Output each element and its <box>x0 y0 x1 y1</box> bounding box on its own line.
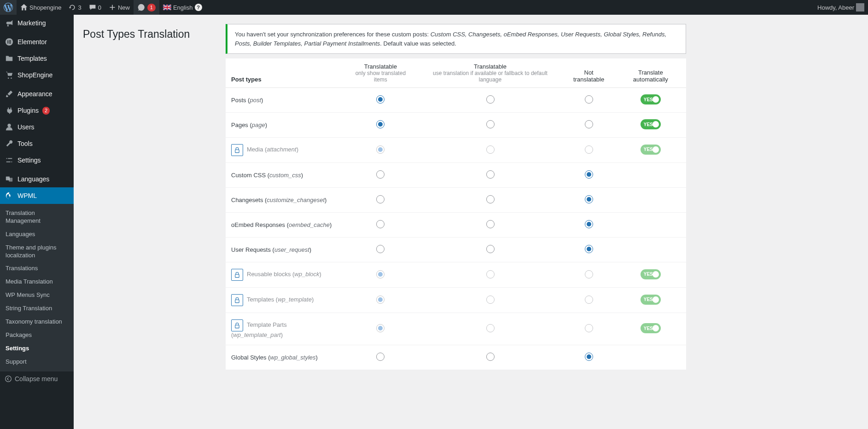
radio-option-1[interactable] <box>376 195 384 203</box>
post-type-label: Reusable blocks (wp_block) <box>226 262 343 288</box>
user-icon <box>5 122 14 132</box>
radio-option-3[interactable] <box>585 170 593 179</box>
post-type-label: Global Styles (wp_global_styles) <box>226 345 343 370</box>
megaphone-icon <box>5 18 14 28</box>
submenu-menus-sync[interactable]: WP Menus Sync <box>0 289 74 302</box>
radio-option-1[interactable] <box>376 95 384 104</box>
sidebar-item-wpml[interactable]: WPML <box>0 187 74 204</box>
site-name: Shopengine <box>29 4 61 11</box>
update-icon <box>69 4 76 11</box>
lock-icon[interactable] <box>231 319 243 331</box>
collapse-icon <box>5 375 12 383</box>
radio-option-1[interactable] <box>376 170 384 179</box>
svg-rect-5 <box>9 43 11 44</box>
submenu-string-translation[interactable]: String Translation <box>0 302 74 315</box>
lock-icon[interactable] <box>231 294 243 306</box>
help-icon: ? <box>195 4 202 11</box>
svg-rect-13 <box>235 325 239 328</box>
page-title: Post Types Translation <box>83 24 216 370</box>
wpml-icon <box>5 191 14 200</box>
svg-rect-8 <box>9 178 12 181</box>
radio-option-2 <box>486 270 495 278</box>
auto-translate-toggle[interactable]: YES <box>641 119 661 129</box>
radio-option-2[interactable] <box>486 245 495 253</box>
radio-option-3[interactable] <box>585 245 593 253</box>
admin-bar: Shopengine 3 0 New 1 English ? Howdy, Ab… <box>0 0 868 15</box>
collapse-menu[interactable]: Collapse menu <box>0 371 74 386</box>
post-types-table: Post types Translatableonly show transla… <box>226 58 686 370</box>
comments-link[interactable]: 0 <box>85 0 105 15</box>
lock-icon[interactable] <box>231 269 243 281</box>
user-menu[interactable]: Howdy, Abeer <box>814 0 868 15</box>
sidebar-item-elementor[interactable]: Elementor <box>0 34 74 50</box>
radio-option-3[interactable] <box>585 353 593 361</box>
radio-option-2[interactable] <box>486 95 495 104</box>
new-label: New <box>118 4 130 11</box>
lock-icon[interactable] <box>231 144 243 156</box>
language-label: English <box>173 4 193 11</box>
radio-option-1[interactable] <box>376 353 384 361</box>
radio-option-2[interactable] <box>486 353 495 361</box>
updates-link[interactable]: 3 <box>65 0 85 15</box>
radio-option-3[interactable] <box>585 120 593 128</box>
sidebar-item-appearance[interactable]: Appearance <box>0 86 74 102</box>
post-type-label: Pages (page) <box>226 113 343 138</box>
notif-badge: 1 <box>147 4 156 12</box>
notice-pre: You haven't set your synchronization pre… <box>235 31 431 38</box>
radio-option-1[interactable] <box>376 120 384 128</box>
radio-option-2[interactable] <box>486 220 495 228</box>
sidebar-item-marketing[interactable]: Marketing <box>0 15 74 31</box>
plus-icon <box>109 4 116 11</box>
sidebar-item-tools[interactable]: Tools <box>0 135 74 152</box>
radio-option-3[interactable] <box>585 220 593 228</box>
post-type-label: Custom CSS (custom_css) <box>226 163 343 188</box>
radio-option-2[interactable] <box>486 170 495 179</box>
wp-logo[interactable] <box>0 0 17 15</box>
language-switcher[interactable]: English ? <box>159 0 206 15</box>
svg-rect-11 <box>235 274 239 277</box>
sidebar-item-plugins[interactable]: Plugins 2 <box>0 102 74 119</box>
plug-icon <box>5 106 14 115</box>
radio-option-1[interactable] <box>376 245 384 253</box>
submenu-translation-management[interactable]: Translation Management <box>0 207 74 228</box>
radio-option-3[interactable] <box>585 195 593 203</box>
table-row: User Requests (user_request)YES <box>226 238 686 262</box>
submenu-theme-localization[interactable]: Theme and plugins localization <box>0 241 74 262</box>
brush-icon <box>5 89 14 99</box>
comments-count: 0 <box>98 4 101 11</box>
table-row: Custom CSS (custom_css)YES <box>226 163 686 188</box>
radio-option-2[interactable] <box>486 195 495 203</box>
sidebar-item-templates[interactable]: Templates <box>0 50 74 67</box>
notifications[interactable]: 1 <box>134 0 159 15</box>
post-type-label: User Requests (user_request) <box>226 238 343 262</box>
sidebar-item-languages[interactable]: Languages <box>0 171 74 187</box>
site-link[interactable]: Shopengine <box>17 0 65 15</box>
table-row: Media (attachment)YES <box>226 138 686 163</box>
radio-option-2[interactable] <box>486 120 495 128</box>
svg-rect-10 <box>235 150 239 152</box>
auto-translate-toggle: YES <box>641 269 661 279</box>
post-type-label: Changesets (customize_changeset) <box>226 188 343 213</box>
sliders-icon <box>5 156 14 165</box>
radio-option-3[interactable] <box>585 95 593 104</box>
radio-option-1[interactable] <box>376 220 384 228</box>
submenu-languages[interactable]: Languages <box>0 228 74 241</box>
svg-rect-12 <box>235 300 239 302</box>
post-type-label: Templates (wp_template) <box>226 288 343 313</box>
submenu-support[interactable]: Support <box>0 355 74 369</box>
table-row: Changesets (customize_changeset)YES <box>226 188 686 213</box>
sidebar-item-settings[interactable]: Settings <box>0 152 74 168</box>
wpml-submenu: Translation Management Languages Theme a… <box>0 204 74 371</box>
wrench-icon <box>5 139 14 148</box>
submenu-packages[interactable]: Packages <box>0 329 74 342</box>
submenu-media-translation[interactable]: Media Translation <box>0 275 74 289</box>
admin-sidebar: Marketing Elementor Templates ShopEngine… <box>0 15 74 429</box>
new-content-link[interactable]: New <box>105 0 134 15</box>
sidebar-item-users[interactable]: Users <box>0 119 74 135</box>
submenu-taxonomy-translation[interactable]: Taxonomy translation <box>0 315 74 329</box>
sidebar-item-shopengine[interactable]: ShopEngine <box>0 67 74 83</box>
content-area: Post Types Translation You haven't set y… <box>74 15 868 429</box>
auto-translate-toggle[interactable]: YES <box>641 94 661 104</box>
submenu-translations[interactable]: Translations <box>0 262 74 275</box>
submenu-settings[interactable]: Settings <box>0 342 74 355</box>
